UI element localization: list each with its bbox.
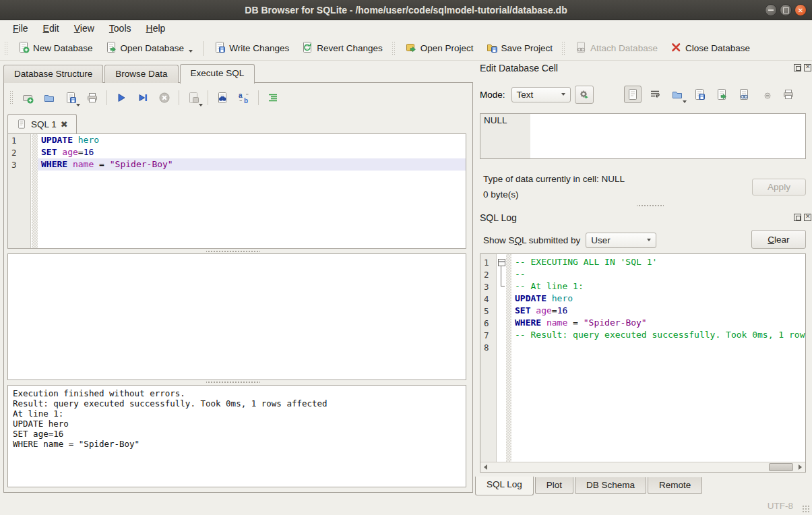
code-text: -- At line 1:: [511, 280, 805, 293]
chevron-down-icon[interactable]: [189, 50, 193, 53]
sql-log-title: SQL Log: [480, 212, 517, 223]
window-title: DB Browser for SQLite - /home/user/code/…: [245, 5, 567, 16]
line-number: 2: [480, 270, 497, 280]
link-icon[interactable]: [735, 86, 753, 103]
revert-changes-button[interactable]: Revert Changes: [295, 38, 389, 58]
format-sql-icon[interactable]: [264, 89, 282, 107]
cell-value-editor[interactable]: NULL: [480, 113, 806, 159]
open-database-button[interactable]: Open Database: [99, 38, 199, 58]
code-text: WHERE name = "Spider-Boy": [38, 158, 466, 171]
svg-text:b: b: [244, 97, 248, 104]
dock-tab-remote[interactable]: Remote: [648, 477, 702, 494]
code-line: 2--: [480, 268, 805, 280]
menu-edit[interactable]: Edit: [36, 21, 67, 36]
resize-grip[interactable]: [802, 505, 810, 513]
apply-cell-gear-icon[interactable]: [577, 86, 591, 103]
splitter-handle[interactable]: [206, 380, 260, 384]
tab-browse-data[interactable]: Browse Data: [104, 65, 178, 83]
clear-log-button[interactable]: Clear: [751, 230, 806, 249]
fold-margin-cell: [506, 280, 511, 293]
mode-select[interactable]: Text: [511, 87, 571, 102]
toolbar-button-label: Open Database: [121, 43, 185, 53]
save-sql-file-icon[interactable]: [62, 89, 80, 107]
fold-marker: [497, 280, 506, 293]
export-icon[interactable]: [713, 86, 730, 103]
fold-margin-cell: [506, 305, 511, 317]
new-sql-tab-icon[interactable]: [19, 89, 36, 107]
chevron-down-icon[interactable]: [683, 100, 687, 103]
fold-margin-cell: [506, 341, 511, 353]
save-project-button[interactable]: Save Project: [480, 38, 559, 58]
close-dock-icon[interactable]: [804, 64, 811, 71]
menu-tools[interactable]: Tools: [102, 21, 139, 36]
maximize-icon[interactable]: [780, 4, 792, 16]
dock-tab-db-schema[interactable]: DB Schema: [575, 477, 646, 494]
apply-button: Apply: [752, 179, 806, 195]
float-dock-icon[interactable]: [794, 64, 801, 71]
open-sql-file-icon[interactable]: [40, 89, 58, 107]
close-database-icon: [670, 41, 682, 55]
new-database-button[interactable]: New Database: [11, 38, 99, 58]
dock-splitter-handle[interactable]: [637, 204, 664, 208]
open-project-button[interactable]: Open Project: [399, 38, 480, 58]
sql-tab-sql1[interactable]: SQL 1 ✖: [7, 114, 77, 134]
close-sql-tab-icon[interactable]: ✖: [61, 119, 68, 129]
message-line: Execution finished without errors.: [13, 388, 461, 398]
float-dock-icon[interactable]: [794, 214, 801, 221]
toolbar-grip: [9, 90, 14, 105]
apply-cell-button[interactable]: [575, 86, 594, 104]
menu-view[interactable]: View: [67, 21, 102, 36]
horizontal-scrollbar[interactable]: [480, 462, 805, 472]
close-icon[interactable]: [794, 4, 807, 16]
text-mode-icon[interactable]: [624, 86, 642, 103]
line-number: 3: [480, 282, 497, 292]
close-dock-icon[interactable]: [804, 214, 811, 221]
tab-database-structure[interactable]: Database Structure: [3, 65, 103, 83]
print-icon[interactable]: [780, 86, 797, 103]
find-replace-icon[interactable]: ab: [235, 89, 253, 107]
menu-help[interactable]: Help: [139, 21, 173, 36]
code-text: SET age=16: [38, 146, 466, 158]
scroll-left-icon[interactable]: [480, 462, 491, 472]
sql-log-view[interactable]: 1-- EXECUTING ALL IN 'SQL 1'2--3-- At li…: [480, 253, 806, 473]
save-file-icon[interactable]: [691, 86, 708, 103]
chevron-down-icon[interactable]: [76, 104, 80, 107]
toolbar-sep: [179, 90, 179, 105]
code-line: 4UPDATE hero: [480, 293, 805, 305]
line-number: 1: [480, 258, 497, 268]
toolbar-button-label: New Database: [33, 43, 93, 53]
code-line: 8: [480, 341, 805, 353]
find-icon[interactable]: [214, 89, 231, 107]
execute-current-line-icon[interactable]: [134, 89, 152, 107]
menubar: FileEditViewToolsHelp: [0, 20, 812, 36]
line-number: 8: [480, 342, 497, 353]
print-sql-icon[interactable]: [84, 89, 101, 107]
log-dock-buttons: [794, 214, 811, 221]
open-file-icon[interactable]: [668, 86, 686, 103]
scrollbar-thumb[interactable]: [769, 463, 793, 471]
code-line: 7-- Result: query executed successfully.…: [480, 329, 805, 341]
messages-view[interactable]: Execution finished without errors.Result…: [7, 385, 466, 487]
dock-tab-sql-log[interactable]: SQL Log: [475, 477, 534, 495]
dock-tab-plot[interactable]: Plot: [535, 477, 573, 494]
tab-execute-sql[interactable]: Execute SQL: [180, 64, 255, 84]
chevron-down-icon[interactable]: [199, 104, 203, 107]
sql-editor[interactable]: 1UPDATE hero2SET age=163WHERE name = "Sp…: [7, 133, 466, 249]
revert-changes-icon: [301, 41, 313, 55]
code-text: -- Result: query executed successfully. …: [511, 329, 806, 341]
scroll-right-icon[interactable]: [795, 462, 805, 472]
menu-file[interactable]: File: [5, 21, 36, 36]
execute-all-icon[interactable]: [113, 89, 130, 107]
log-filter-select[interactable]: User: [586, 233, 656, 248]
fold-column: [497, 329, 506, 341]
word-wrap-icon[interactable]: [646, 86, 664, 103]
write-changes-button[interactable]: Write Changes: [208, 38, 295, 58]
code-text: [511, 341, 805, 353]
cell-type-info: Type of data currently in cell: NULL: [483, 174, 625, 184]
stop-execution-icon: [156, 89, 173, 107]
minimize-icon[interactable]: [765, 4, 777, 16]
close-database-button[interactable]: Close Database: [664, 38, 756, 58]
code-line: 1-- EXECUTING ALL IN 'SQL 1': [480, 256, 805, 268]
fold-marker[interactable]: [497, 256, 506, 268]
toolbar-sep: [106, 90, 107, 105]
